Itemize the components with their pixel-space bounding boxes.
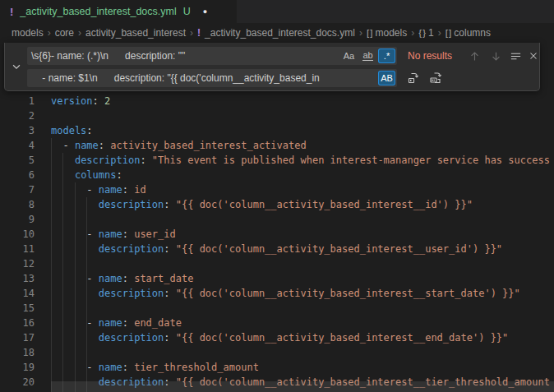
code-line-7[interactable]: - name: id <box>51 182 550 197</box>
previous-match-button[interactable] <box>465 47 483 65</box>
code-token: description <box>75 154 140 166</box>
code-line-11[interactable]: description: "{{ doc('column__activity_b… <box>51 242 550 256</box>
code-line-4[interactable]: - name: activity_based_interest_activate… <box>51 138 550 153</box>
breadcrumb-separator: › <box>359 27 362 39</box>
next-match-button[interactable] <box>487 47 505 65</box>
editor-tab[interactable]: ! _activity_based_interest_docs.yml U ● <box>0 0 237 23</box>
tab-bar: ! _activity_based_interest_docs.yml U ● <box>0 0 554 23</box>
code-token: : <box>116 169 122 181</box>
code-line-19[interactable]: - name: tier_threshold_amount <box>51 360 550 375</box>
code-token: : <box>122 362 134 373</box>
code-token: : <box>93 95 104 107</box>
code-line-2[interactable] <box>51 108 550 123</box>
code-token: "{{ doc('column__activity_based_interest… <box>176 332 509 344</box>
find-input[interactable]: \s{6}- name: (.*)\n description: "" Aa a… <box>27 47 397 65</box>
replace-button[interactable] <box>404 69 422 87</box>
code-token: : <box>99 140 110 151</box>
code-line-3[interactable]: models: <box>51 123 550 138</box>
preserve-case-toggle[interactable]: AB <box>378 71 395 85</box>
horizontal-scrollbar[interactable] <box>51 381 554 392</box>
code-token: name <box>99 362 122 373</box>
code-line-8[interactable]: description: "{{ doc('column__activity_b… <box>51 197 550 212</box>
code-token: tier_threshold_amount <box>134 362 259 373</box>
regex-label: .* <box>384 51 390 61</box>
breadcrumb-item-1[interactable]: { }1 <box>418 27 434 39</box>
code-token: start_date <box>134 273 193 284</box>
code-token: - <box>51 362 99 373</box>
code-line-15[interactable] <box>51 301 550 316</box>
whole-word-label: ab <box>362 51 372 61</box>
code-token: name <box>75 140 99 151</box>
code-token: name <box>99 228 122 240</box>
code-token: user_id <box>134 228 176 240</box>
code-token: : <box>164 332 175 344</box>
code-token: end_date <box>134 317 182 329</box>
editor-pane[interactable]: 1234567891011121314151617181920 version:… <box>0 43 554 392</box>
code-token <box>51 288 99 299</box>
code-line-13[interactable]: - name: start_date <box>51 271 550 286</box>
breadcrumb-item-columns[interactable]: [ ]columns <box>446 27 491 39</box>
arrow-down-icon <box>490 50 502 62</box>
breadcrumb-separator: › <box>48 27 51 39</box>
match-case-toggle[interactable]: Aa <box>340 48 358 63</box>
breadcrumb-item-_activity_based_interest_docs.yml[interactable]: !_activity_based_interest_docs.yml <box>197 27 355 39</box>
replace-icon <box>407 71 420 85</box>
code-line-10[interactable]: - name: user_id <box>51 227 550 242</box>
code-token: : <box>164 243 175 255</box>
code-token: - <box>51 317 99 329</box>
breadcrumb-item-activity_based_interest[interactable]: activity_based_interest <box>85 27 186 39</box>
whole-word-toggle[interactable]: ab <box>359 48 376 63</box>
breadcrumb-item-models[interactable]: models <box>12 27 44 39</box>
replace-input[interactable]: - name: $1\n description: "{{ doc('colum… <box>27 69 397 87</box>
code-line-9[interactable] <box>51 212 550 227</box>
code-token: : <box>164 288 175 299</box>
code-line-18[interactable] <box>51 345 550 360</box>
code-token: 2 <box>104 95 110 107</box>
code-token: description <box>99 332 164 344</box>
code-token: - <box>51 184 99 196</box>
breadcrumb-item-models[interactable]: [ ]models <box>367 27 407 39</box>
code-token: name <box>99 317 122 329</box>
replace-input-value[interactable]: - name: $1\n description: "{{ doc('colum… <box>27 72 378 84</box>
line-number: 5 <box>0 153 35 168</box>
code-token <box>51 169 75 181</box>
code-area[interactable]: version: 2 models: - name: activity_base… <box>51 94 550 390</box>
chevron-down-icon <box>11 61 22 72</box>
replace-all-button[interactable] <box>427 69 445 87</box>
code-line-1[interactable]: version: 2 <box>51 94 550 108</box>
line-number: 2 <box>0 108 35 123</box>
arrow-up-icon <box>469 50 481 62</box>
line-number: 13 <box>0 271 35 286</box>
code-token: : <box>140 154 151 166</box>
array-symbol-icon: [ ] <box>367 28 372 38</box>
code-line-5[interactable]: description: "This event is published wh… <box>51 153 550 168</box>
breadcrumb-label: core <box>55 27 74 39</box>
find-input-value[interactable]: \s{6}- name: (.*)\n description: "" <box>27 50 340 62</box>
code-token <box>51 243 99 255</box>
code-line-14[interactable]: description: "{{ doc('column__activity_b… <box>51 286 550 301</box>
code-line-12[interactable] <box>51 256 550 271</box>
code-token: name <box>99 184 122 196</box>
close-find-widget-button[interactable] <box>524 47 542 65</box>
modified-dot-icon[interactable]: ● <box>203 7 207 16</box>
code-token: : <box>86 125 92 136</box>
close-icon <box>528 50 539 62</box>
line-number: 4 <box>0 138 35 153</box>
line-number: 20 <box>0 375 35 390</box>
code-token: activity_based_interest_activated <box>110 140 306 151</box>
git-status-badge: U <box>183 6 191 17</box>
find-in-selection-button[interactable] <box>506 47 524 65</box>
code-token: description <box>99 288 164 299</box>
breadcrumb-separator: › <box>411 27 414 39</box>
code-token: description <box>99 243 164 255</box>
breadcrumb-label: columns <box>454 27 491 39</box>
code-line-17[interactable]: description: "{{ doc('column__activity_b… <box>51 330 550 345</box>
line-number: 8 <box>0 197 35 212</box>
breadcrumb-item-core[interactable]: core <box>55 27 74 39</box>
code-line-6[interactable]: columns: <box>51 168 550 182</box>
toggle-replace-button[interactable] <box>7 44 26 88</box>
line-number: 12 <box>0 256 35 271</box>
code-token: : <box>164 199 175 210</box>
regex-toggle[interactable]: .* <box>378 48 395 63</box>
code-line-16[interactable]: - name: end_date <box>51 316 550 330</box>
